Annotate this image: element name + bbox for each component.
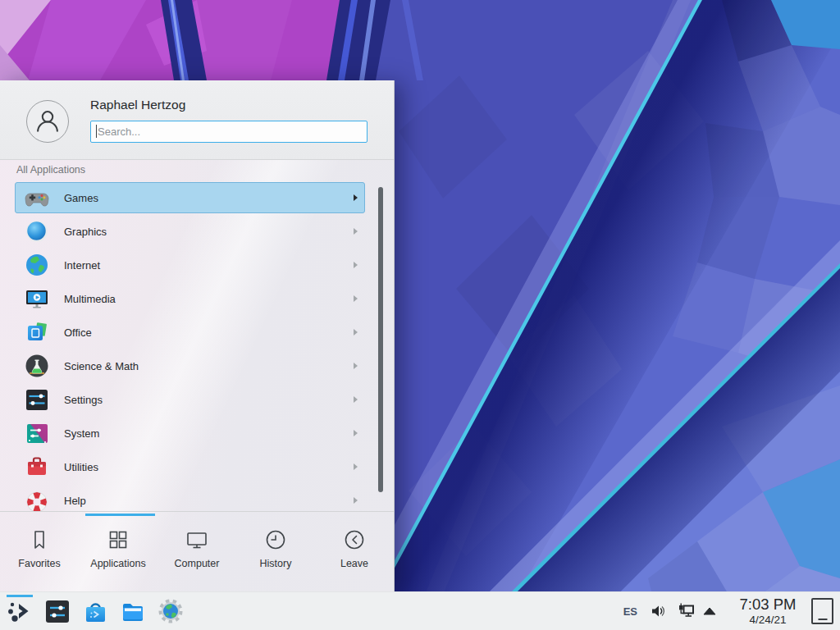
launcher-tab-bar: Favorites Applications Computer xyxy=(0,511,394,591)
user-name: Raphael Hertzog xyxy=(90,98,185,112)
leave-icon xyxy=(342,527,367,552)
expand-tray-caret-icon xyxy=(703,607,716,615)
show-desktop-button[interactable] xyxy=(811,598,833,624)
text-caret xyxy=(96,125,97,138)
category-label: Multimedia xyxy=(64,293,116,305)
submenu-arrow-icon xyxy=(354,329,358,336)
kali-menu-icon xyxy=(7,598,33,624)
submenu-arrow-icon xyxy=(354,497,358,504)
system-settings-icon xyxy=(44,598,71,624)
tab-label: History xyxy=(260,558,292,569)
section-label: All Applications xyxy=(16,164,85,176)
web-globe-icon xyxy=(158,598,184,624)
submenu-arrow-icon xyxy=(354,262,358,268)
system-settings-launcher[interactable] xyxy=(44,595,71,628)
search-field-wrap xyxy=(90,121,368,143)
category-label: Utilities xyxy=(64,461,98,473)
submenu-arrow-icon xyxy=(354,430,358,436)
category-internet[interactable]: Internet xyxy=(15,249,365,281)
category-label: Graphics xyxy=(64,226,107,238)
keyboard-layout-indicator[interactable]: ES xyxy=(623,605,637,618)
file-manager-launcher[interactable] xyxy=(120,595,146,628)
internet-icon xyxy=(24,252,50,278)
tab-label: Favorites xyxy=(18,558,60,569)
submenu-arrow-icon xyxy=(354,463,358,470)
taskbar-launchers xyxy=(0,595,184,628)
tab-history[interactable]: History xyxy=(236,512,315,591)
category-label: Settings xyxy=(64,394,103,406)
discover-launcher[interactable] xyxy=(82,595,108,628)
search-input[interactable] xyxy=(90,121,368,143)
category-label: Science & Math xyxy=(64,360,139,372)
category-utilities[interactable]: Utilities xyxy=(15,451,365,482)
launcher-active-indicator xyxy=(7,595,33,597)
discover-icon xyxy=(82,598,108,624)
wired-network-icon xyxy=(677,602,695,620)
tab-label: Applications xyxy=(90,558,145,569)
clock-date: 4/24/21 xyxy=(733,614,803,626)
science-icon xyxy=(24,353,50,379)
tab-computer[interactable]: Computer xyxy=(158,512,236,591)
digital-clock[interactable]: 7:03 PM 4/24/21 xyxy=(733,597,803,626)
clock-icon xyxy=(263,527,288,552)
application-launcher-popup: Raphael Hertzog All Applications Games xyxy=(0,80,395,591)
category-games[interactable]: Games xyxy=(15,182,365,213)
tab-applications[interactable]: Applications xyxy=(79,512,158,591)
games-icon xyxy=(24,185,50,211)
monitor-icon xyxy=(185,527,209,552)
category-help[interactable]: Help xyxy=(15,485,365,511)
category-label: Games xyxy=(64,192,98,204)
category-settings[interactable]: Settings xyxy=(15,384,365,415)
category-list: Games Graphics Internet xyxy=(0,178,395,511)
bookmark-icon xyxy=(27,527,52,552)
settings-icon xyxy=(24,386,50,413)
submenu-arrow-icon xyxy=(354,194,358,201)
tab-leave[interactable]: Leave xyxy=(315,512,394,591)
clock-time: 7:03 PM xyxy=(733,597,803,613)
category-label: System xyxy=(64,427,99,440)
web-globe-launcher[interactable] xyxy=(158,595,184,628)
submenu-arrow-icon xyxy=(354,228,358,235)
grid-icon xyxy=(106,527,130,552)
tab-label: Leave xyxy=(340,558,368,569)
tab-label: Computer xyxy=(175,558,220,569)
user-icon xyxy=(34,107,62,135)
show-desktop-icon xyxy=(818,619,827,620)
application-launcher-button[interactable] xyxy=(7,595,33,628)
submenu-arrow-icon xyxy=(354,363,358,369)
utilities-icon xyxy=(24,454,50,480)
category-office[interactable]: Office xyxy=(15,317,365,348)
category-science-math[interactable]: Science & Math xyxy=(15,350,365,381)
category-system[interactable]: System xyxy=(15,418,365,449)
system-icon xyxy=(24,420,50,446)
category-label: Help xyxy=(64,495,86,507)
expand-tray-button[interactable] xyxy=(703,607,716,615)
help-icon xyxy=(24,487,50,511)
submenu-arrow-icon xyxy=(354,295,358,302)
graphics-icon xyxy=(24,218,50,244)
file-manager-icon xyxy=(120,598,146,624)
taskbar-panel: ES 7:03 PM 4/24/2 xyxy=(0,591,840,630)
multimedia-icon xyxy=(24,285,50,312)
list-scrollbar[interactable] xyxy=(378,187,383,492)
launcher-header: Raphael Hertzog xyxy=(0,80,394,160)
office-icon xyxy=(24,319,50,345)
volume-icon xyxy=(650,603,666,619)
active-tab-indicator xyxy=(85,514,155,516)
network-tray-item[interactable] xyxy=(677,602,695,620)
submenu-arrow-icon xyxy=(354,396,358,403)
category-label: Office xyxy=(64,326,92,339)
system-tray: ES 7:03 PM 4/24/2 xyxy=(623,597,840,626)
volume-tray-item[interactable] xyxy=(650,603,666,619)
category-label: Internet xyxy=(64,259,100,272)
category-graphics[interactable]: Graphics xyxy=(15,216,365,247)
user-avatar[interactable] xyxy=(26,100,69,143)
category-multimedia[interactable]: Multimedia xyxy=(15,283,365,314)
tab-favorites[interactable]: Favorites xyxy=(0,512,79,591)
